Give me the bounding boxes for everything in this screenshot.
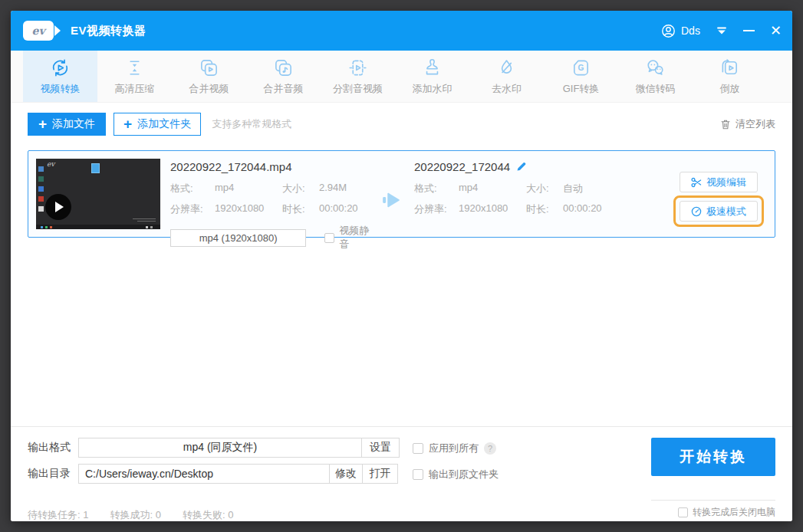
nav-item-merge-video[interactable]: 合并视频 [172, 51, 246, 102]
speedometer-icon [691, 206, 702, 217]
shutdown-after-checkbox[interactable] [678, 507, 688, 517]
modify-button[interactable]: 修改 [329, 464, 363, 484]
source-size-value: 2.94M [319, 182, 379, 195]
apply-all-checkbox[interactable] [413, 443, 423, 454]
logo-text: ev [31, 25, 44, 37]
nav-label: 去水印 [492, 82, 522, 96]
target-format-value: mp4 [459, 182, 526, 195]
mute-checkbox[interactable] [324, 233, 334, 243]
output-panel: 输出格式 mp4 (同原文件) 设置 输出目录 C:/Users/ieway.c… [11, 426, 792, 521]
file-list-item[interactable]: ev 20220922_172044.mp4 [28, 150, 775, 238]
help-icon[interactable]: ? [484, 442, 496, 455]
source-info: 20220922_172044.mp4 格式: mp4 大小: 2.94M 分辨… [170, 159, 379, 251]
output-format-input[interactable]: mp4 (同原文件) [78, 438, 362, 458]
nav-item-wechat-transcode[interactable]: 微信转码 [618, 51, 693, 102]
duration-label: 时长: [282, 202, 319, 216]
apply-all-row: 应用到所有 ? [413, 442, 496, 455]
dropdown-menu-button[interactable] [716, 25, 728, 37]
video-convert-icon [50, 57, 71, 78]
nav-label: 合并视频 [189, 82, 229, 96]
rename-pencil-icon[interactable] [516, 162, 526, 172]
output-dir-input[interactable]: C:/Users/ieway.cn/Desktop [78, 464, 330, 484]
target-duration-value: 00:00:20 [563, 202, 607, 216]
format-hint: 支持多种常规格式 [212, 117, 291, 131]
nav-label: 分割音视频 [333, 82, 383, 96]
file-list: ev 20220922_172044.mp4 [11, 136, 792, 426]
highlight-annotation-box: 极速模式 [673, 195, 764, 227]
clear-list-label: 清空列表 [736, 117, 775, 131]
nav-label: 视频转换 [41, 82, 81, 96]
nav-label: 合并音频 [264, 82, 304, 96]
video-edit-label: 视频编辑 [706, 176, 746, 189]
close-button[interactable]: ✕ [770, 24, 782, 38]
speed-mode-label: 极速模式 [706, 205, 746, 218]
settings-button[interactable]: 设置 [361, 438, 400, 458]
nav-item-hd-compress[interactable]: 高清压缩 [97, 51, 172, 102]
nav-item-reverse[interactable]: 倒放 [693, 51, 767, 102]
target-filename: 20220922_172044 [414, 160, 510, 173]
video-edit-button[interactable]: 视频编辑 [680, 172, 758, 192]
taskbar-dot [150, 226, 153, 228]
nav-item-video-convert[interactable]: 视频转换 [23, 51, 97, 102]
speed-mode-button[interactable]: 极速模式 [680, 201, 758, 222]
thumb-caption-line [133, 218, 156, 219]
target-size-value: 自动 [563, 182, 607, 195]
nav-label: 高清压缩 [115, 82, 155, 96]
nav-label: 添加水印 [413, 82, 453, 96]
format-label: 格式: [414, 182, 459, 195]
output-format-select[interactable]: mp4 (1920x1080) [170, 229, 306, 247]
failed-count: 转换失败: 0 [183, 508, 233, 521]
source-format-value: mp4 [215, 182, 282, 195]
nav-item-add-watermark[interactable]: 添加水印 [395, 51, 469, 102]
hd-compress-icon [124, 57, 145, 78]
start-convert-label: 开始转换 [680, 447, 747, 467]
nav-item-remove-watermark[interactable]: 去水印 [469, 51, 544, 102]
success-count: 转换成功: 0 [110, 508, 160, 521]
scissors-icon [691, 177, 702, 188]
resolution-label: 分辨率: [170, 202, 215, 216]
nav-item-gif-convert[interactable]: G GIF转换 [544, 51, 618, 102]
format-select-value: mp4 (1920x1080) [199, 232, 278, 244]
account-menu[interactable]: Dds [660, 23, 700, 39]
nav-item-merge-audio[interactable]: 合并音频 [246, 51, 321, 102]
desktop-icon [38, 176, 44, 182]
desktop-icon [38, 206, 44, 212]
add-folder-button[interactable]: + 添加文件夹 [114, 113, 201, 136]
apply-all-label: 应用到所有 [429, 442, 479, 455]
plus-icon: + [123, 117, 132, 131]
close-icon: ✕ [770, 24, 782, 38]
nav-item-split-media[interactable]: 分割音视频 [321, 51, 395, 102]
to-source-folder-checkbox[interactable] [413, 469, 423, 480]
start-convert-button[interactable]: 开始转换 [651, 438, 775, 476]
open-label: 打开 [370, 467, 391, 481]
thumb-logo-text: ev [47, 160, 54, 168]
desktop-icon [38, 166, 44, 172]
titlebar: ev EV视频转换器 Dds ✕ [11, 11, 792, 51]
taskbar-dot [41, 226, 43, 228]
output-dir-label: 输出目录 [28, 467, 71, 481]
output-dir-value: C:/Users/ieway.cn/Desktop [85, 468, 213, 480]
add-file-button[interactable]: + 添加文件 [28, 113, 106, 136]
target-resolution-value: 1920x1080 [459, 202, 526, 216]
output-format-label: 输出格式 [28, 441, 71, 455]
thumb-caption-line [137, 221, 156, 222]
minimize-icon [743, 30, 755, 31]
minimize-button[interactable] [743, 30, 755, 31]
merge-video-icon [199, 57, 219, 78]
video-thumbnail[interactable]: ev [36, 159, 160, 229]
open-button[interactable]: 打开 [362, 464, 398, 484]
username: Dds [681, 25, 700, 37]
clear-list-button[interactable]: 清空列表 [720, 117, 775, 131]
source-duration-value: 00:00:20 [319, 202, 379, 216]
file-toolbar: + 添加文件 + 添加文件夹 支持多种常规格式 清空列表 [28, 112, 775, 136]
chevron-menu-icon [716, 25, 728, 37]
thumb-taskbar [36, 225, 160, 229]
settings-label: 设置 [370, 441, 391, 455]
play-icon[interactable] [45, 194, 71, 220]
merge-audio-icon [273, 57, 294, 78]
app-title: EV视频转换器 [71, 24, 146, 38]
gif-letter: G [578, 64, 584, 72]
format-label: 格式: [170, 182, 215, 195]
app-logo-icon: ev [23, 21, 54, 41]
user-icon [660, 23, 676, 39]
